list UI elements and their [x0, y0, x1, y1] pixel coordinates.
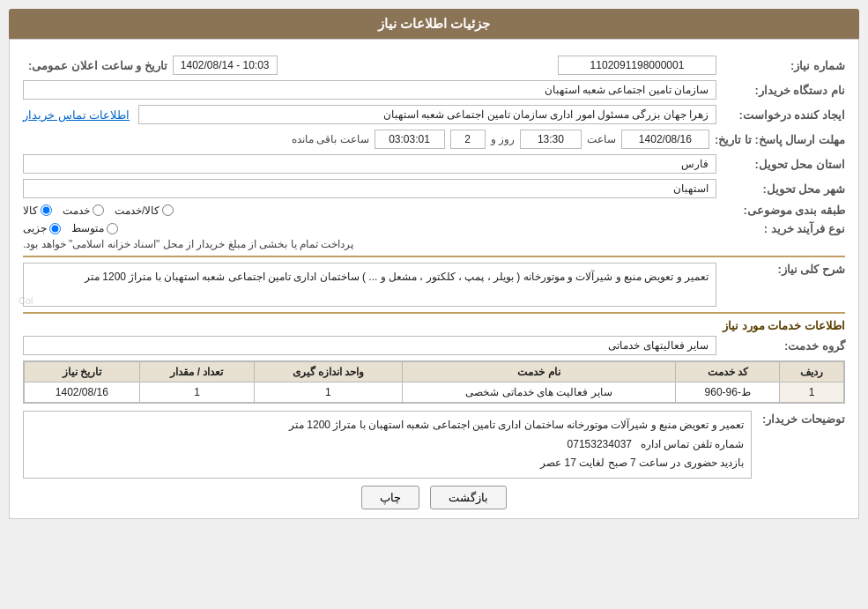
cell-qty: 1 [139, 382, 255, 403]
category-kala-khadamat-radio[interactable] [162, 204, 174, 216]
deadline-remaining-label: ساعت باقی مانده [292, 133, 369, 145]
city-value: استهبان [23, 179, 716, 198]
deadline-time: 13:30 [520, 130, 582, 149]
deadline-time-label: ساعت [587, 133, 616, 145]
province-label: استان محل تحویل: [722, 158, 845, 171]
category-kala-option[interactable]: کالا [23, 204, 52, 217]
deadline-remaining: 03:03:01 [375, 130, 445, 149]
col-name: نام خدمت [402, 362, 676, 382]
deadline-days-label: روز و [491, 133, 515, 145]
buyer-comments-label: توضیحات خریدار: [757, 411, 845, 479]
col-qty: تعداد / مقدار [139, 362, 255, 382]
deadline-label: مهلت ارسال پاسخ: تا تاریخ: [715, 133, 845, 146]
col-code: کد خدمت [676, 362, 780, 382]
category-kala-khadamat-label: کالا/خدمت [115, 204, 160, 217]
table-row: 1 ط-96-960 سایر فعالیت های خدماتی شخصی 1… [25, 382, 844, 403]
category-label: طبقه بندی موضوعی: [722, 204, 845, 217]
print-button[interactable]: چاپ [361, 486, 419, 509]
announce-label: تاریخ و ساعت اعلان عمومی: [23, 59, 167, 72]
deadline-date: 1402/08/16 [621, 130, 709, 149]
contact-link[interactable]: اطلاعات تماس خریدار [23, 108, 130, 122]
creator-label: ایجاد کننده درخواست: [722, 108, 845, 122]
purchase-motavaset-radio[interactable] [107, 223, 118, 234]
services-title: اطلاعات خدمات مورد نیاز [23, 319, 845, 332]
col-date: تاریخ نیاز [25, 362, 140, 382]
cell-code: ط-96-960 [676, 382, 780, 403]
category-khadamat-label: خدمت [63, 204, 90, 217]
deadline-days: 2 [450, 130, 486, 149]
purchase-jazvi-option[interactable]: جزیی [23, 222, 61, 234]
purchase-motavaset-label: متوسط [71, 222, 104, 234]
buyer-org-label: نام دستگاه خریدار: [722, 84, 845, 97]
cell-name: سایر فعالیت های خدماتی شخصی [402, 382, 676, 403]
category-kala-label: کالا [23, 204, 38, 217]
col-unit: واحد اندازه گیری [255, 362, 402, 382]
city-label: شهر محل تحویل: [722, 182, 845, 196]
purchase-motavaset-option[interactable]: متوسط [71, 222, 118, 234]
creator-value: زهرا جهان بزرگی مسئول امور اداری سازمان … [138, 105, 716, 124]
col-num: ردیف [780, 362, 844, 382]
purchase-note: پرداخت تمام یا بخشی از مبلغ خریدار از مح… [23, 238, 353, 250]
group-value: سایر فعالیتهای خدماتی [23, 336, 716, 355]
page-title: جزئیات اطلاعات نیاز [9, 9, 859, 39]
category-khadamat-option[interactable]: خدمت [63, 204, 104, 217]
purchase-jazvi-label: جزیی [23, 222, 47, 234]
cell-date: 1402/08/16 [25, 382, 140, 403]
cell-unit: 1 [255, 382, 402, 403]
back-button[interactable]: بازگشت [430, 486, 507, 509]
need-desc-label: شرح کلی نیاز: [722, 263, 845, 276]
buyer-org-value: سازمان تامین اجتماعی شعبه استهبان [23, 80, 716, 100]
purchase-type-label: نوع فرآیند خرید : [722, 222, 845, 235]
announce-value: 1402/08/14 - 10:03 [173, 56, 278, 75]
need-number-value: 1102091198000001 [558, 56, 716, 75]
col-badge: Col [19, 295, 33, 306]
purchase-jazvi-radio[interactable] [49, 223, 61, 234]
category-khadamat-radio[interactable] [93, 204, 104, 216]
province-value: فارس [23, 154, 716, 174]
need-number-label: شماره نیاز: [722, 59, 845, 72]
category-kala-khadamat-option[interactable]: کالا/خدمت [115, 204, 174, 217]
buyer-comments-value: تعمیر و تعویض منبع و شیرآلات موتورخانه س… [23, 411, 752, 479]
category-kala-radio[interactable] [41, 204, 52, 216]
group-label: گروه خدمت: [722, 339, 845, 353]
cell-num: 1 [780, 382, 844, 403]
need-desc-value: تعمیر و تعویض منبع و شیرآلات و موتورخانه… [23, 263, 716, 307]
